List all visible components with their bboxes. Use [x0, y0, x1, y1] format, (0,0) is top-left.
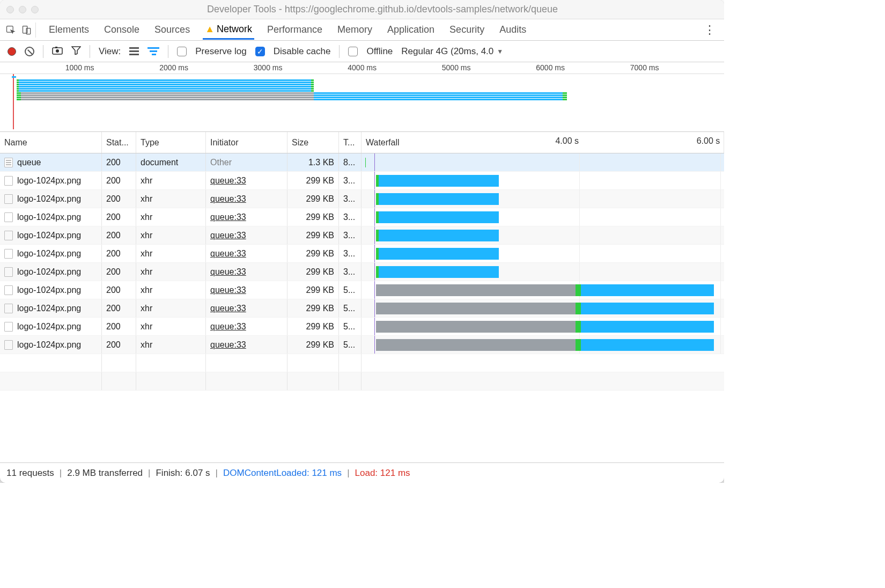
request-type: xhr — [136, 263, 206, 281]
throttling-select[interactable]: Regular 4G (20ms, 4.0 ▼ — [401, 46, 503, 57]
record-button[interactable] — [8, 47, 16, 56]
inspect-element-icon[interactable] — [5, 25, 16, 35]
separator — [43, 45, 43, 58]
tab-security[interactable]: Security — [447, 21, 486, 39]
file-icon — [4, 340, 13, 350]
request-initiator[interactable]: queue:33 — [210, 194, 246, 204]
traffic-lights[interactable] — [6, 6, 39, 13]
separator — [339, 45, 340, 58]
tab-sources[interactable]: Sources — [152, 21, 192, 39]
request-waterfall[interactable] — [362, 263, 724, 281]
col-initiator[interactable]: Initiator — [206, 132, 287, 153]
status-domcontentloaded: DOMContentLoaded: 121 ms — [223, 468, 342, 479]
view-label: View: — [99, 46, 121, 57]
request-waterfall[interactable] — [362, 172, 724, 189]
tab-console[interactable]: Console — [102, 21, 142, 39]
table-row[interactable]: logo-1024px.png200xhrqueue:33299 KB5... — [0, 281, 724, 299]
waterfall-tick: 6.00 s — [697, 136, 720, 146]
table-row[interactable]: logo-1024px.png200xhrqueue:33299 KB3... — [0, 190, 724, 208]
table-row[interactable]: logo-1024px.png200xhrqueue:33299 KB5... — [0, 336, 724, 354]
chevron-down-icon: ▼ — [497, 48, 503, 55]
request-status: 200 — [102, 336, 136, 354]
device-toggle-icon[interactable] — [21, 25, 32, 35]
tab-memory[interactable]: Memory — [335, 21, 374, 39]
overview-tick: 3000 ms — [254, 63, 283, 72]
request-waterfall[interactable] — [362, 318, 724, 335]
request-initiator[interactable]: queue:33 — [210, 322, 246, 332]
col-status[interactable]: Stat... — [102, 132, 136, 153]
table-row[interactable]: logo-1024px.png200xhrqueue:33299 KB3... — [0, 263, 724, 281]
request-waterfall[interactable] — [362, 226, 724, 244]
overview-bar — [12, 76, 16, 78]
table-body[interactable]: queue200documentOther1.3 KB8...logo-1024… — [0, 153, 724, 462]
request-initiator[interactable]: queue:33 — [210, 176, 246, 186]
file-icon — [4, 231, 13, 240]
disable-cache-label: Disable cache — [274, 46, 331, 57]
large-rows-icon[interactable] — [129, 47, 139, 55]
table-row[interactable]: logo-1024px.png200xhrqueue:33299 KB3... — [0, 245, 724, 263]
request-type: xhr — [136, 281, 206, 299]
request-type: xhr — [136, 208, 206, 226]
request-type: xhr — [136, 172, 206, 189]
request-initiator[interactable]: queue:33 — [210, 212, 246, 222]
request-waterfall[interactable] — [362, 190, 724, 208]
request-initiator[interactable]: queue:33 — [210, 249, 246, 259]
titlebar: Developer Tools - https://googlechrome.g… — [0, 0, 724, 19]
devtools-window: Developer Tools - https://googlechrome.g… — [0, 0, 724, 483]
table-row[interactable]: queue200documentOther1.3 KB8... — [0, 153, 724, 172]
request-status: 200 — [102, 208, 136, 226]
request-status: 200 — [102, 245, 136, 262]
table-row[interactable]: logo-1024px.png200xhrqueue:33299 KB5... — [0, 318, 724, 336]
zoom-window-button[interactable] — [31, 6, 39, 13]
request-initiator[interactable]: queue:33 — [210, 267, 246, 277]
request-initiator[interactable]: queue:33 — [210, 231, 246, 240]
network-toolbar: View: Preserve log ✓ Disable cache Offli… — [0, 41, 724, 62]
offline-checkbox[interactable] — [348, 47, 358, 56]
request-type: document — [136, 153, 206, 171]
request-time: 5... — [339, 318, 362, 335]
request-initiator[interactable]: queue:33 — [210, 285, 246, 295]
tab-audits[interactable]: Audits — [497, 21, 528, 39]
col-type[interactable]: Type — [136, 132, 206, 153]
request-time: 3... — [339, 226, 362, 244]
tab-elements[interactable]: Elements — [47, 21, 91, 39]
minimize-window-button[interactable] — [19, 6, 26, 13]
request-time: 5... — [339, 281, 362, 299]
tab-performance[interactable]: Performance — [265, 21, 324, 39]
request-size: 1.3 KB — [287, 153, 339, 171]
request-waterfall[interactable] — [362, 281, 724, 299]
overview-tick: 2000 ms — [159, 63, 188, 72]
request-waterfall[interactable] — [362, 153, 724, 171]
col-time[interactable]: T... — [339, 132, 362, 153]
request-waterfall[interactable] — [362, 336, 724, 354]
tab-network[interactable]: ▲Network — [203, 20, 254, 40]
more-menu-icon[interactable]: ⋮ — [700, 23, 719, 37]
preserve-log-label: Preserve log — [195, 46, 246, 57]
request-size: 299 KB — [287, 226, 339, 244]
tab-application[interactable]: Application — [385, 21, 437, 39]
capture-screenshots-icon[interactable] — [52, 46, 63, 57]
table-row[interactable]: logo-1024px.png200xhrqueue:33299 KB3... — [0, 208, 724, 226]
table-row[interactable]: logo-1024px.png200xhrqueue:33299 KB5... — [0, 299, 724, 318]
request-waterfall[interactable] — [362, 208, 724, 226]
table-row[interactable]: logo-1024px.png200xhrqueue:33299 KB3... — [0, 172, 724, 190]
filter-icon[interactable] — [71, 46, 81, 57]
request-size: 299 KB — [287, 318, 339, 335]
preserve-log-checkbox[interactable] — [177, 47, 187, 56]
request-initiator[interactable]: queue:33 — [210, 304, 246, 313]
request-waterfall[interactable] — [362, 245, 724, 262]
disable-cache-checkbox[interactable]: ✓ — [255, 47, 265, 56]
col-size[interactable]: Size — [287, 132, 339, 153]
col-name[interactable]: Name — [0, 132, 102, 153]
warning-icon: ▲ — [205, 24, 215, 34]
clear-button[interactable] — [25, 47, 34, 56]
request-status: 200 — [102, 226, 136, 244]
overview-tick: 6000 ms — [536, 63, 565, 72]
waterfall-view-icon[interactable] — [148, 47, 159, 55]
col-waterfall[interactable]: Waterfall 4.00 s6.00 s — [362, 132, 724, 153]
table-row[interactable]: logo-1024px.png200xhrqueue:33299 KB3... — [0, 226, 724, 245]
close-window-button[interactable] — [6, 6, 14, 13]
request-waterfall[interactable] — [362, 299, 724, 317]
network-overview[interactable]: 1000 ms2000 ms3000 ms4000 ms5000 ms6000 … — [0, 62, 724, 132]
request-initiator[interactable]: queue:33 — [210, 340, 246, 350]
